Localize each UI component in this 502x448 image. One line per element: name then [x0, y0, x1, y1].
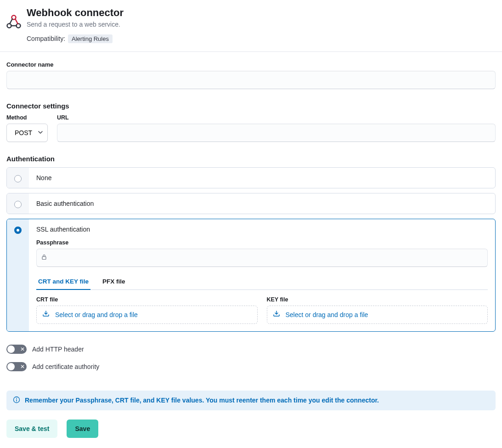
auth-option-none-label: None [36, 174, 488, 181]
add-cert-authority-label: Add certificate authority [32, 363, 99, 370]
compatibility-badge: Alerting Rules [68, 34, 113, 43]
page-title: Webhook connector [27, 6, 124, 20]
auth-option-basic-label: Basic authentication [36, 200, 488, 207]
add-http-header-toggle[interactable]: ✕ [6, 345, 27, 354]
crt-dropzone-text: Select or drag and drop a file [55, 311, 138, 318]
x-icon: ✕ [20, 346, 25, 352]
auth-option-ssl-label: SSL authentication [36, 226, 488, 233]
x-icon: ✕ [20, 364, 25, 369]
auth-option-none[interactable]: None [6, 167, 496, 188]
info-icon [13, 396, 20, 405]
tab-pfx[interactable]: PFX file [101, 274, 127, 289]
radio-icon[interactable] [14, 227, 22, 234]
page-subtitle: Send a request to a web service. [27, 21, 124, 28]
passphrase-input[interactable] [36, 249, 488, 267]
connector-name-input[interactable] [6, 71, 496, 89]
save-and-test-button[interactable]: Save & test [6, 420, 57, 438]
callout-text: Remember your Passphrase, CRT file, and … [25, 397, 379, 404]
key-dropzone-text: Select or drag and drop a file [286, 311, 368, 318]
url-label: URL [57, 114, 496, 121]
add-http-header-label: Add HTTP header [32, 346, 84, 353]
tab-crt-key[interactable]: CRT and KEY file [36, 274, 90, 289]
svg-point-5 [16, 398, 17, 399]
auth-option-ssl[interactable]: SSL authentication Passphrase CRT and KE… [6, 219, 496, 332]
crt-file-label: CRT file [36, 296, 258, 303]
auth-option-basic[interactable]: Basic authentication [6, 193, 496, 214]
authentication-title: Authentication [6, 155, 496, 163]
info-callout: Remember your Passphrase, CRT file, and … [6, 391, 496, 410]
key-file-dropzone[interactable]: Select or drag and drop a file [267, 306, 488, 324]
import-icon [42, 310, 50, 319]
save-button[interactable]: Save [67, 420, 98, 438]
method-label: Method [6, 114, 48, 121]
add-cert-authority-toggle[interactable]: ✕ [6, 362, 27, 371]
svg-rect-3 [42, 256, 46, 259]
url-input[interactable] [57, 124, 496, 142]
key-file-label: KEY file [267, 296, 488, 303]
compatibility-label: Compatibility: [27, 35, 65, 42]
crt-file-dropzone[interactable]: Select or drag and drop a file [36, 306, 258, 324]
radio-icon[interactable] [14, 201, 22, 208]
method-select[interactable]: POST [6, 124, 48, 142]
connector-name-label: Connector name [6, 61, 496, 68]
lock-icon [41, 254, 47, 261]
connector-settings-title: Connector settings [6, 102, 496, 110]
radio-icon[interactable] [14, 175, 22, 182]
svg-rect-6 [16, 399, 17, 402]
page-header: Webhook connector Send a request to a we… [0, 0, 502, 52]
webhook-icon [6, 15, 21, 29]
passphrase-label: Passphrase [36, 239, 488, 246]
import-icon [273, 310, 280, 319]
